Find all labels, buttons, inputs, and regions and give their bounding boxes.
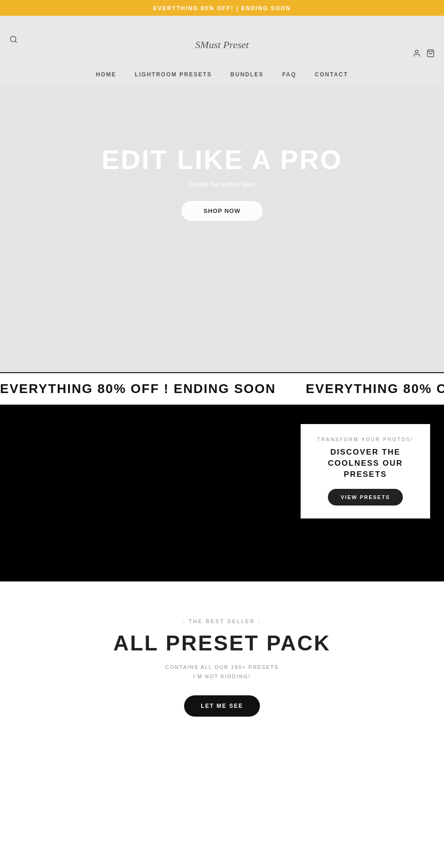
hero-section: EDIT LIKE A PRO Create the perfect feed … (0, 85, 444, 280)
cart-icon[interactable] (426, 49, 435, 59)
best-seller-title: ALL PRESET PACK (9, 631, 435, 656)
ticker-text-2: EVERYTHING 80% OFF ! ENDING (306, 381, 444, 396)
promo-card-title: DISCOVER THE COOLNESS OUR PRESETS (314, 447, 416, 480)
nav-item-faq[interactable]: FAQ (282, 71, 296, 78)
best-seller-desc-line1: CONTAINS ALL OUR 180+ PRESETS (165, 664, 278, 670)
best-seller-eyebrow: - THE BEST SELLER - (9, 618, 435, 624)
svg-line-1 (15, 41, 16, 42)
best-seller-desc: CONTAINS ALL OUR 180+ PRESETS I'M NOT KI… (9, 663, 435, 681)
promo-card: TRANSFORM YOUR PHOTOS! DISCOVER THE COOL… (301, 424, 430, 518)
ticker-content: EVERYTHING 80% OFF ! ENDING SOON EVERYTH… (0, 381, 444, 396)
account-icon[interactable] (413, 49, 421, 59)
let-me-see-button[interactable]: LET ME SEE (184, 695, 259, 717)
announcement-bar: EVERYTHING 80% OFF! | ENDING SOON (0, 0, 444, 16)
hero-shop-button[interactable]: SHOP NOW (181, 201, 263, 221)
header: SMust Preset (0, 16, 444, 65)
view-presets-button[interactable]: VIEW PRESETS (328, 489, 403, 506)
svg-point-2 (415, 50, 418, 53)
hero-title: EDIT LIKE A PRO (102, 144, 343, 175)
announcement-text: EVERYTHING 80% OFF! | ENDING SOON (153, 5, 291, 12)
best-seller-section: - THE BEST SELLER - ALL PRESET PACK CONT… (0, 581, 444, 744)
site-logo[interactable]: SMust Preset (195, 39, 249, 51)
hero-spacer (0, 280, 444, 372)
header-icons (413, 49, 435, 59)
ticker-bar: EVERYTHING 80% OFF ! ENDING SOON EVERYTH… (0, 372, 444, 406)
hero-subtitle: Create the perfect feed (189, 181, 255, 188)
ticker-text-1: EVERYTHING 80% OFF ! ENDING SOON (0, 381, 276, 396)
nav-item-contact[interactable]: CONTACT (315, 71, 348, 78)
best-seller-desc-line2: I'M NOT KIDDING! (193, 674, 251, 679)
nav-item-bundles[interactable]: BUNDLES (230, 71, 264, 78)
nav-item-lightroom-presets[interactable]: LIGHTROOM PRESETS (135, 71, 212, 78)
nav-item-home[interactable]: HOME (96, 71, 116, 78)
main-nav: HOME LIGHTROOM PRESETS BUNDLES FAQ CONTA… (0, 65, 444, 85)
search-icon[interactable] (9, 35, 18, 45)
promo-card-eyebrow: TRANSFORM YOUR PHOTOS! (314, 437, 416, 442)
video-section: TRANSFORM YOUR PHOTOS! DISCOVER THE COOL… (0, 406, 444, 581)
bottom-spacer (0, 744, 444, 868)
header-top: SMust Preset (9, 16, 435, 65)
